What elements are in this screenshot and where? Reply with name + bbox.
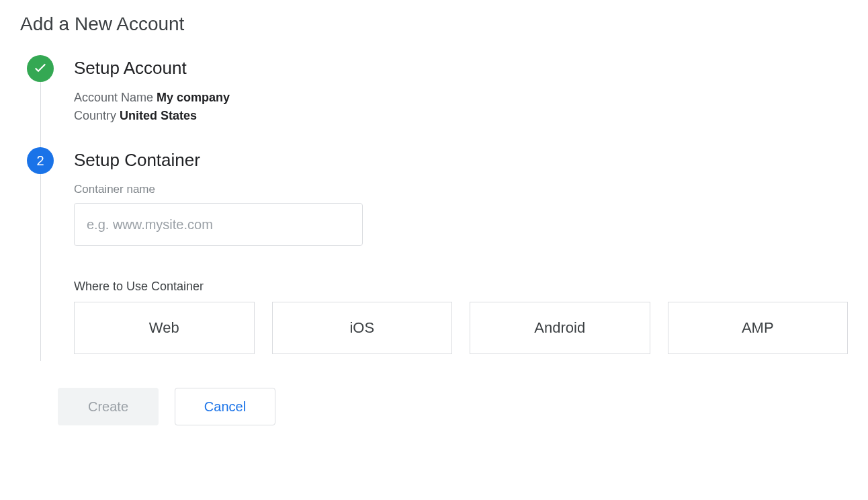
platform-card-amp[interactable]: AMP	[668, 302, 849, 354]
country-label: Country	[74, 109, 116, 122]
stepper: Setup Account Account Name My company Co…	[20, 55, 848, 354]
action-bar: Create Cancel	[20, 388, 848, 425]
country-summary: Country United States	[74, 109, 848, 123]
check-icon	[32, 59, 48, 79]
country-value: United States	[120, 109, 197, 122]
step2-bullet-current: 2	[27, 147, 54, 174]
account-name-label: Account Name	[74, 91, 153, 104]
account-name-summary: Account Name My company	[74, 91, 848, 105]
page-title: Add a New Account	[20, 13, 848, 35]
account-name-value: My company	[157, 91, 230, 104]
stepper-connector	[40, 82, 41, 361]
step1-bullet-done	[27, 55, 54, 82]
platform-card-row: Web iOS Android AMP	[74, 302, 848, 354]
cancel-button[interactable]: Cancel	[175, 388, 275, 425]
container-name-label: Container name	[74, 183, 848, 196]
where-to-use-label: Where to Use Container	[74, 280, 848, 294]
platform-card-web[interactable]: Web	[74, 302, 255, 354]
create-button[interactable]: Create	[58, 388, 159, 425]
step1-title: Setup Account	[74, 58, 848, 79]
platform-card-ios[interactable]: iOS	[272, 302, 453, 354]
step-setup-account: Setup Account Account Name My company Co…	[20, 55, 848, 127]
step-setup-container: 2 Setup Container Container name Where t…	[20, 147, 848, 354]
step2-title: Setup Container	[74, 150, 848, 171]
step2-number: 2	[36, 153, 44, 169]
platform-card-android[interactable]: Android	[470, 302, 650, 354]
container-name-input[interactable]	[74, 203, 363, 246]
